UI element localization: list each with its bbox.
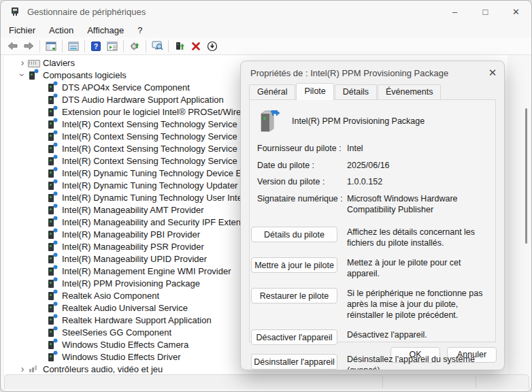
- toolbar-separator: [168, 40, 169, 52]
- software-component-icon: [47, 192, 58, 203]
- update-driver-gear-icon[interactable]: [127, 39, 143, 54]
- action-row: Restaurer le pilote Si le périphérique n…: [251, 288, 488, 321]
- menu-item[interactable]: Action: [42, 24, 80, 37]
- field-row: Signataire numérique : Microsoft Windows…: [257, 194, 488, 215]
- software-component-icon: [47, 167, 58, 178]
- device-header: Intel(R) PPM Provisioning Package: [250, 100, 495, 140]
- software-component-icon: [47, 265, 58, 276]
- toolbar-separator: [146, 40, 146, 52]
- field-label: Signataire numérique :: [257, 194, 347, 215]
- screen: Gestionnaire de périphériques –□✕ Fichie…: [0, 0, 532, 392]
- driver-action-button[interactable]: Détails du pilote: [251, 227, 337, 242]
- dialog-title: Propriétés de : Intel(R) PPM Provisionin…: [250, 68, 481, 78]
- tree-item-label: Composants logiciels: [43, 70, 127, 80]
- update-device-driver-icon[interactable]: [171, 39, 188, 54]
- window-control-button[interactable]: –: [439, 1, 470, 22]
- action-row: Mettre à jour le pilote Mettez à jour le…: [251, 257, 488, 279]
- scan-hardware-icon[interactable]: [149, 39, 165, 54]
- software-component-icon: [47, 106, 58, 117]
- menubar: FichierActionAffichage?: [1, 22, 531, 37]
- tree-item-label: Claviers: [43, 58, 75, 68]
- driver-action-button[interactable]: Restaurer le pilote: [251, 288, 337, 304]
- tree-item-label: Windows Studio Effects Camera: [62, 340, 188, 350]
- audio-controllers-icon: [28, 363, 39, 374]
- vertical-scrollbar-thumb[interactable]: [525, 108, 527, 244]
- toolbar: ?: [1, 37, 531, 55]
- software-component-icon: [47, 229, 58, 240]
- tree-item-label: Intel(R) Dynamic Tuning Technology Updat…: [62, 180, 254, 191]
- app-icon: [10, 6, 20, 17]
- software-component-icon: [47, 131, 58, 142]
- dialog-titlebar: Propriétés de : Intel(R) PPM Provisionin…: [241, 61, 504, 84]
- tree-item-label: Intel(R) Context Sensing Technology Serv…: [62, 119, 237, 129]
- dialog-tab[interactable]: Événements: [378, 84, 441, 99]
- field-value: 2025/06/16: [347, 161, 488, 172]
- forward-icon[interactable]: [20, 39, 37, 54]
- tree-item-label: Extension pour le logiciel Intel® PROSet…: [62, 107, 256, 117]
- keyboard-icon: [28, 57, 39, 68]
- software-component-icon: [47, 339, 58, 350]
- console-tree-icon[interactable]: [43, 39, 59, 54]
- field-label: Fournisseur du pilote :: [257, 144, 347, 154]
- properties-dialog: Propriétés de : Intel(R) PPM Provisionin…: [240, 61, 505, 370]
- uninstall-device-icon[interactable]: [188, 39, 204, 54]
- tree-item-label: Intel(R) Manageability and Security IPF …: [62, 217, 257, 227]
- window-control-button[interactable]: ✕: [501, 1, 531, 22]
- action-description: Si le périphérique ne fonctionne pas apr…: [347, 288, 488, 321]
- action-description: Mettez à jour le pilote pour cet apparei…: [347, 257, 488, 279]
- software-component-icon: [47, 302, 58, 313]
- device-name: Intel(R) PPM Provisioning Package: [292, 116, 425, 126]
- menu-item[interactable]: ?: [131, 24, 149, 37]
- tree-item-label: Intel(R) Dynamic Tuning Technology User …: [62, 193, 257, 203]
- tree-item-label: Intel(R) Context Sensing Technology Serv…: [62, 131, 237, 142]
- dialog-tabs: GénéralPiloteDétailsÉvénements: [241, 84, 504, 99]
- field-row: Fournisseur du pilote : Intel: [257, 144, 488, 154]
- dialog-tab[interactable]: Général: [249, 84, 295, 99]
- action-description: Désinstallez l'appareil du système (avan…: [347, 354, 488, 370]
- back-icon[interactable]: [4, 39, 20, 54]
- svg-text:?: ?: [94, 42, 98, 50]
- field-row: Version du pilote : 1.0.0.152: [257, 177, 488, 188]
- dialog-tab[interactable]: Pilote: [296, 83, 333, 100]
- action-description: Affichez les détails concernant les fich…: [347, 227, 488, 248]
- disable-device-icon[interactable]: [204, 39, 220, 54]
- menu-item[interactable]: Affichage: [80, 24, 131, 37]
- tree-item-label: DTS Audio Hardware Support Application: [62, 95, 224, 105]
- field-value: 1.0.0.152: [347, 177, 488, 188]
- action-pane-icon[interactable]: [104, 39, 120, 54]
- tree-item-label: Contrôleurs audio, vidéo et jeu: [43, 364, 163, 374]
- software-component-icon: [47, 314, 58, 325]
- chevron-icon[interactable]: ›: [17, 57, 28, 68]
- driver-actions: Détails du pilote Affichez les détails c…: [250, 221, 495, 370]
- driver-action-button[interactable]: Désactiver l'appareil: [251, 329, 337, 345]
- menu-item[interactable]: Fichier: [2, 24, 42, 37]
- software-component-icon: [47, 241, 58, 252]
- software-component-icon: [47, 351, 58, 362]
- software-component-icon: [47, 253, 58, 264]
- software-component-icon: [47, 278, 58, 289]
- field-label: Version du pilote :: [257, 177, 347, 188]
- software-component-icon: [47, 118, 58, 129]
- field-row: Date du pilote : 2025/06/16: [257, 161, 488, 172]
- tree-item-label: Intel(R) Manageability PSR Provider: [62, 242, 204, 252]
- statusbar-divider: [382, 376, 383, 388]
- window-control-button[interactable]: □: [470, 1, 501, 22]
- software-component-icon: [47, 94, 58, 105]
- tree-item-label: Intel(R) Manageability PBI Provider: [62, 229, 200, 240]
- driver-action-button[interactable]: Mettre à jour le pilote: [251, 257, 337, 273]
- action-row: Détails du pilote Affichez les détails c…: [251, 227, 488, 248]
- software-component-icon: [47, 155, 58, 166]
- software-component-icon: [47, 82, 58, 93]
- properties-icon[interactable]: [65, 39, 82, 54]
- help-icon[interactable]: ?: [88, 39, 104, 54]
- driver-action-button[interactable]: Désinstaller l'appareil: [251, 354, 337, 370]
- tree-item-label: SteelSeries GG Component: [62, 327, 171, 338]
- dialog-close-icon[interactable]: ✕: [481, 63, 504, 83]
- chevron-icon[interactable]: ›: [17, 69, 28, 80]
- driver-fields: Fournisseur du pilote : Intel Date du pi…: [250, 140, 495, 215]
- chevron-icon[interactable]: ›: [17, 363, 28, 374]
- software-component-icon: [47, 143, 58, 154]
- dialog-tab[interactable]: Détails: [335, 84, 377, 99]
- tree-item-label: DTS APO4x Service Component: [62, 82, 190, 93]
- window-title: Gestionnaire de périphériques: [27, 7, 439, 17]
